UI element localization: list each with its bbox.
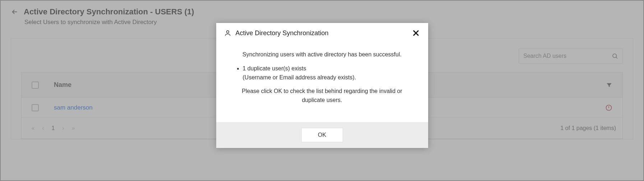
modal-overlay: Active Directory Synchronization Synchro… bbox=[1, 1, 643, 180]
modal-bullet: 1 duplicate user(s) exists (Username or … bbox=[243, 64, 414, 82]
ok-button[interactable]: OK bbox=[301, 128, 343, 142]
svg-point-2 bbox=[226, 31, 229, 33]
modal-action-message: Please click OK to check the list behind… bbox=[231, 87, 414, 105]
close-icon[interactable] bbox=[412, 29, 420, 37]
person-icon bbox=[224, 29, 231, 37]
sync-result-modal: Active Directory Synchronization Synchro… bbox=[216, 23, 428, 148]
modal-bullet-sub: (Username or Email address already exist… bbox=[243, 74, 356, 80]
modal-title: Active Directory Synchronization bbox=[236, 29, 412, 37]
modal-success-message: Synchronizing users with active director… bbox=[231, 50, 414, 59]
modal-bullet-main: 1 duplicate user(s) exists bbox=[243, 65, 306, 71]
